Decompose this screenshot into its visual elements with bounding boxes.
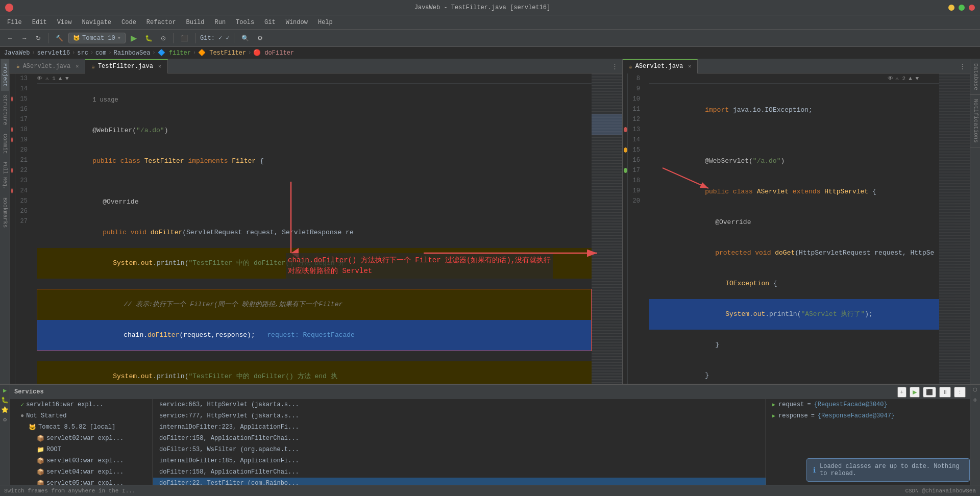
settings-btn[interactable]: ⚙ xyxy=(254,34,266,43)
var-response[interactable]: ▶ response = {ResponseFacade@3047} xyxy=(766,410,970,421)
bc-dofilter[interactable]: 🔴 doFilter xyxy=(253,49,294,57)
services-indicator[interactable]: ⚙ xyxy=(3,416,7,424)
tab-testfilter-close[interactable]: ✕ xyxy=(158,63,161,69)
bottom-right-strip: ⬡ ⚙ × xyxy=(970,385,980,496)
rln-8: 8 xyxy=(628,73,644,84)
frame-2[interactable]: service:777, HttpServlet (jakarta.s... xyxy=(153,410,766,421)
frame-3[interactable]: internalDoFilter:223, ApplicationFi... xyxy=(153,421,766,433)
menu-view[interactable]: View xyxy=(53,18,76,27)
rln-11: 11 xyxy=(628,104,644,114)
service-servlet04[interactable]: 📦 servlet04:war expl... xyxy=(10,466,153,478)
git-status: Git: ✓ ✓ xyxy=(200,34,230,42)
ln-20: 20 xyxy=(15,145,32,155)
bt-more[interactable]: ⋮ xyxy=(954,387,966,398)
breakpoints-col-right xyxy=(623,73,628,384)
var-request[interactable]: ▶ request = {RequestFacade@3040} xyxy=(766,399,970,410)
menu-bar: File Edit View Navigate Code Refactor Bu… xyxy=(0,15,980,30)
service-tomcat[interactable]: 🐱 Tomcat 8.5.82 [local] xyxy=(10,421,153,433)
tab-project[interactable]: Project xyxy=(1,59,9,91)
frame-4[interactable]: doFilter:158, ApplicationFilterChai... xyxy=(153,433,766,444)
bc-rainbowsea[interactable]: RainbowSea xyxy=(114,49,151,57)
bc-com[interactable]: com xyxy=(95,49,107,57)
status-right: CSDN @ChinaRainbowSea xyxy=(905,488,976,494)
tab-more-right[interactable]: ⋮ xyxy=(959,62,970,70)
code-line-18: public void doFilter(ServletRequest requ… xyxy=(37,217,592,248)
code-line-24: System.out.println("TestFilter 中的 doFilt… xyxy=(37,361,592,384)
tab-database[interactable]: Database xyxy=(970,59,980,95)
menu-tools[interactable]: Tools xyxy=(232,18,258,27)
bc-filter[interactable]: 🔷 filter xyxy=(158,49,191,57)
tomcat-selector[interactable]: 🐱 Tomcat 10 ▾ xyxy=(68,33,126,43)
run-indicator[interactable]: ▶ xyxy=(3,387,7,394)
maximize-btn[interactable] xyxy=(959,5,965,11)
back-btn[interactable]: ← xyxy=(4,34,16,43)
bt-run[interactable]: ▶ xyxy=(910,387,920,398)
tab-commit[interactable]: Commit xyxy=(1,130,9,158)
service-root[interactable]: 📁 ROOT xyxy=(10,444,153,455)
title-bar-controls[interactable] xyxy=(948,5,975,11)
refresh-btn[interactable]: ↻ xyxy=(33,34,44,43)
menu-help[interactable]: Help xyxy=(314,18,337,27)
rln-12: 12 xyxy=(628,114,644,125)
menu-run[interactable]: Run xyxy=(210,18,230,27)
tab-notifications[interactable]: Notifications xyxy=(970,95,980,147)
frame-6[interactable]: internalDoFilter:185, ApplicationFi... xyxy=(153,455,766,466)
frame-7[interactable]: doFilter:158, ApplicationFilterChai... xyxy=(153,466,766,478)
bookmark-indicator[interactable]: ⭐ xyxy=(1,406,9,414)
bc-javaweb[interactable]: JavaWeb xyxy=(4,49,30,57)
stop-btn[interactable]: ⬛ xyxy=(178,34,191,43)
minimize-btn[interactable] xyxy=(948,5,954,11)
rcode-19: } xyxy=(649,360,939,384)
tab-bookmarks[interactable]: Bookmarks xyxy=(1,193,9,232)
rcode-10 xyxy=(649,126,939,136)
tab-aservlet[interactable]: ☕ AServlet.java ✕ xyxy=(10,59,85,73)
tab-aservlet-right-close[interactable]: ✕ xyxy=(688,63,691,69)
tab-testfilter[interactable]: ☕ TestFilter.java ✕ xyxy=(85,59,168,73)
si-tomcat-icon: 🐱 xyxy=(29,424,36,431)
tab-pull-requests[interactable]: Pull Req. xyxy=(1,158,9,193)
menu-edit[interactable]: Edit xyxy=(28,18,51,27)
tomcat-label: Tomcat 10 xyxy=(82,35,115,42)
minimap-lines-right xyxy=(939,73,970,384)
run-btn[interactable]: ▶ xyxy=(128,32,140,44)
build-btn[interactable]: 🔨 xyxy=(53,34,66,43)
service-not-started[interactable]: ● Not Started xyxy=(10,410,153,421)
menu-window[interactable]: Window xyxy=(282,18,312,27)
menu-build[interactable]: Build xyxy=(182,18,208,27)
bc-src[interactable]: src xyxy=(77,49,88,57)
frame-1[interactable]: service:663, HttpServlet (jakarta.s... xyxy=(153,399,766,410)
close-btn[interactable] xyxy=(969,5,975,11)
bottom-expand-icon[interactable]: ⬡ xyxy=(972,385,978,395)
tab-aservlet-right[interactable]: ☕ AServlet.java ✕ xyxy=(623,59,698,73)
bt-pause[interactable]: ⏸ xyxy=(939,387,951,398)
debug-btn[interactable]: 🐛 xyxy=(142,34,156,43)
bc-servlet16[interactable]: servlet16 xyxy=(37,49,70,57)
menu-git[interactable]: Git xyxy=(260,18,280,27)
search-btn[interactable]: 🔍 xyxy=(238,34,252,43)
bc-testfilter[interactable]: 🔶 TestFilter xyxy=(198,49,246,57)
bt-add[interactable]: + xyxy=(897,387,906,398)
service-servlet16[interactable]: ✓ servlet16:war expl... xyxy=(10,399,153,410)
hint-arrows: ▲ ▼ xyxy=(59,76,69,82)
menu-navigate[interactable]: Navigate xyxy=(78,18,115,27)
menu-file[interactable]: File xyxy=(3,18,26,27)
service-servlet03[interactable]: 📦 servlet03:war expl... xyxy=(10,455,153,466)
tab-more-left[interactable]: ⋮ xyxy=(611,62,622,70)
forward-btn[interactable]: → xyxy=(18,34,31,43)
menu-code[interactable]: Code xyxy=(117,18,140,27)
bt-stop[interactable]: ⬛ xyxy=(923,387,936,398)
menu-refactor[interactable]: Refactor xyxy=(142,18,180,27)
frame-5[interactable]: doFilter:53, WsFilter (org.apache.t... xyxy=(153,444,766,455)
tomcat-dropdown-icon: ▾ xyxy=(117,34,121,42)
bottom-settings-icon[interactable]: ⚙ xyxy=(972,395,977,405)
service-servlet02[interactable]: 📦 servlet02:war expl... xyxy=(10,433,153,444)
tab-aservlet-close[interactable]: ✕ xyxy=(76,63,79,69)
ln-26: 26 xyxy=(15,206,32,216)
toolbar-sep-1 xyxy=(48,33,48,43)
profile-btn[interactable]: ⊙ xyxy=(158,34,169,43)
left-editor-tabs: ☕ AServlet.java ✕ ☕ TestFilter.java ✕ ⋮ xyxy=(10,59,622,73)
debug-indicator[interactable]: 🐛 xyxy=(1,396,9,404)
services-panel: ✓ servlet16:war expl... ● Not Started 🐱 … xyxy=(10,399,153,496)
si-servlet16-label: servlet16:war expl... xyxy=(26,401,103,408)
tab-structure[interactable]: Structure xyxy=(1,91,9,129)
